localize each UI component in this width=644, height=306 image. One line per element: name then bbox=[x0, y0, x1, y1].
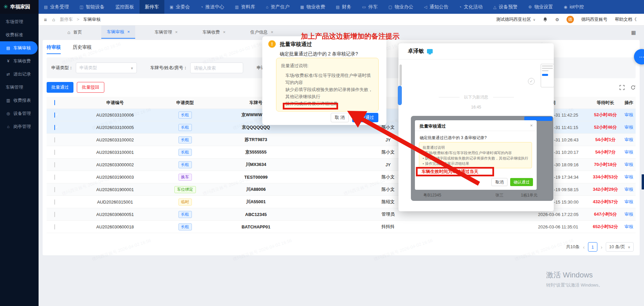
row-checkbox[interactable] bbox=[54, 224, 55, 229]
sidebar-item[interactable]: ◎ 设备管理 bbox=[0, 107, 39, 120]
topnav-item[interactable]: ◁ 通知公告 bbox=[419, 0, 453, 14]
topnav-item[interactable]: ▥ 资料库 bbox=[229, 0, 260, 14]
topnav-item[interactable]: ◔ 文化活动 bbox=[453, 0, 488, 14]
select-all-checkbox[interactable] bbox=[54, 100, 55, 105]
topnav-item[interactable]: ▤ 财务 bbox=[330, 0, 357, 14]
topnav-item[interactable]: ▦ 物业收费 bbox=[295, 0, 330, 14]
prev-page-icon[interactable]: ‹ bbox=[583, 244, 585, 250]
audit-link[interactable]: 审核 bbox=[625, 199, 633, 204]
row-checkbox[interactable] bbox=[54, 162, 55, 167]
row-checkbox[interactable] bbox=[54, 137, 55, 142]
audit-link[interactable]: 审核 bbox=[625, 212, 633, 217]
audit-link[interactable]: 审核 bbox=[625, 149, 633, 155]
audit-subtab[interactable]: 历史审核 bbox=[73, 44, 92, 54]
sidebar-collapse-icon[interactable]: ≡ bbox=[44, 17, 47, 23]
audit-link[interactable]: 审核 bbox=[625, 174, 633, 179]
page-tab[interactable]: 车辆审核 × bbox=[101, 26, 135, 39]
chat-scrollbar-thumb[interactable] bbox=[399, 64, 402, 86]
page-number[interactable]: 1 bbox=[588, 242, 597, 252]
audit-link[interactable]: 审核 bbox=[625, 224, 633, 229]
row-checkbox[interactable] bbox=[54, 212, 55, 217]
topnav-item[interactable]: △ 设备预警 bbox=[488, 0, 523, 14]
topnav-item[interactable]: ▢ 物业办公 bbox=[383, 0, 419, 14]
topnav-item[interactable]: ◔ 推送中心 bbox=[195, 0, 229, 14]
screenshot-modal: 批量审核通过 × 确定批量通过已选中的 3 条审核记录? 批量通过说明 车场/收… bbox=[415, 120, 537, 190]
community-selector[interactable]: 测试德玛西亚社区 ∨ bbox=[496, 16, 535, 23]
topnav-item[interactable]: ◫ 智能设备 bbox=[74, 0, 110, 14]
topnav-item[interactable]: ⌂ 资产住户 bbox=[261, 0, 295, 14]
sidebar-item[interactable]: ¥ 车辆收费 bbox=[0, 54, 39, 68]
sidebar-item-label: 收费标准 bbox=[6, 32, 23, 38]
sidebar-item[interactable]: ⇄ 进出记录 bbox=[0, 68, 39, 81]
batch-reject-button[interactable]: 批量驳回 bbox=[77, 82, 104, 93]
tab-close-icon[interactable]: × bbox=[271, 30, 273, 35]
topnav-item[interactable]: ▣ 业委会 bbox=[164, 0, 195, 14]
row-select-cell bbox=[47, 187, 63, 192]
row-checkbox[interactable] bbox=[54, 175, 55, 180]
topnav-item[interactable]: ▤ 业务受理 bbox=[39, 0, 74, 14]
audit-link[interactable]: 审核 bbox=[625, 187, 633, 192]
modal-cancel-button[interactable]: 取 消 bbox=[331, 113, 349, 122]
message-read-check-icon: ✓ bbox=[528, 78, 535, 85]
topnav-item[interactable]: ◉ iot中控 bbox=[558, 0, 589, 14]
modal-confirm-button[interactable]: 批量通过 bbox=[352, 113, 378, 122]
bell-icon[interactable] bbox=[543, 17, 548, 22]
chat-contact-name: 卓泽敏 bbox=[408, 48, 424, 55]
topnav-item[interactable]: 监控面板 bbox=[110, 0, 140, 14]
tab-close-icon[interactable]: × bbox=[175, 30, 178, 35]
topnav-item[interactable]: ▭ 停车 bbox=[357, 0, 383, 14]
sidebar-item-icon: ¥ bbox=[6, 59, 11, 63]
screenshot-confirm-button: 确认通过 bbox=[510, 178, 533, 186]
topnav-item-icon: ⚙ bbox=[528, 5, 532, 9]
apply-type-tag: 长租 bbox=[178, 112, 192, 119]
page-tab[interactable]: 车辆收费 × bbox=[197, 26, 231, 39]
plate-cell: ABC12345 bbox=[203, 212, 309, 217]
sidebar-item[interactable]: ▥ 收费报表 bbox=[0, 94, 39, 107]
apply-type-select[interactable]: 申请类型 ∨ bbox=[76, 62, 137, 73]
row-checkbox[interactable] bbox=[54, 200, 55, 205]
tab-label: 车辆管理 bbox=[155, 29, 172, 35]
refresh-icon[interactable] bbox=[631, 85, 636, 90]
floating-side-bar[interactable] bbox=[642, 174, 644, 189]
sidebar-item[interactable]: 车场管理 bbox=[0, 15, 39, 28]
row-checkbox[interactable] bbox=[54, 125, 55, 130]
page-tab[interactable]: 车辆管理 × bbox=[149, 26, 183, 39]
fullscreen-icon[interactable] bbox=[620, 85, 625, 90]
audit-link[interactable]: 审核 bbox=[625, 112, 633, 117]
tab-close-icon[interactable]: × bbox=[127, 29, 130, 34]
topnav-item[interactable]: ⚙ 物业设置 bbox=[523, 0, 558, 14]
page-tab[interactable]: ⌂ 首页 bbox=[62, 26, 87, 39]
sent-image-thumbnail[interactable] bbox=[541, 64, 554, 87]
row-checkbox[interactable] bbox=[54, 150, 55, 155]
next-page-icon[interactable]: › bbox=[601, 244, 602, 250]
gear-icon[interactable]: ⚙ bbox=[555, 17, 559, 22]
breadcrumb-parent[interactable]: 新停车 bbox=[60, 17, 73, 22]
batch-approve-button[interactable]: 批量通过 bbox=[47, 82, 73, 93]
topnav-item-icon: ▦ bbox=[300, 5, 304, 9]
audit-link[interactable]: 审核 bbox=[625, 162, 633, 167]
audit-link[interactable]: 审核 bbox=[625, 137, 633, 142]
audit-subtab[interactable]: 待审核 bbox=[47, 44, 61, 54]
chevron-down-icon: ∨ bbox=[131, 66, 133, 70]
home-icon[interactable]: ⌂ bbox=[52, 17, 55, 22]
account-name[interactable]: 德玛西亚账号 bbox=[581, 16, 607, 23]
blue-scrollbar-thumb[interactable] bbox=[398, 86, 402, 105]
layout-grid-icon[interactable]: ▦ bbox=[631, 30, 636, 36]
message-screenshot[interactable]: 批量审核通过 × 确定批量通过已选中的 3 条审核记录? 批量通过说明 车场/收… bbox=[411, 116, 553, 201]
row-checkbox[interactable] bbox=[54, 187, 55, 192]
row-checkbox[interactable] bbox=[54, 113, 55, 118]
audit-link[interactable]: 审核 bbox=[625, 125, 633, 130]
search-input[interactable] bbox=[190, 62, 243, 73]
sidebar-item[interactable]: ▤ 车辆审核 bbox=[0, 41, 38, 54]
avatar[interactable]: 德 bbox=[567, 16, 574, 23]
help-doc-link[interactable]: 帮助文档《 bbox=[615, 16, 637, 23]
app-logo[interactable]: ✳ 幸福家园 bbox=[0, 0, 39, 14]
breadcrumb: 新停车 > 车辆审核 bbox=[60, 16, 101, 23]
topnav-item[interactable]: 新停车 bbox=[140, 0, 164, 14]
tab-close-icon[interactable]: × bbox=[223, 30, 226, 35]
sidebar-item[interactable]: 车辆管理 bbox=[0, 81, 39, 94]
page-size-select[interactable]: 10 条/页 ∨ bbox=[606, 242, 634, 252]
topnav-item-icon: ◫ bbox=[79, 5, 83, 9]
sidebar-item[interactable]: ⌂ 岗亭管理 bbox=[0, 120, 39, 133]
sidebar-item[interactable]: 收费标准 bbox=[0, 28, 39, 41]
